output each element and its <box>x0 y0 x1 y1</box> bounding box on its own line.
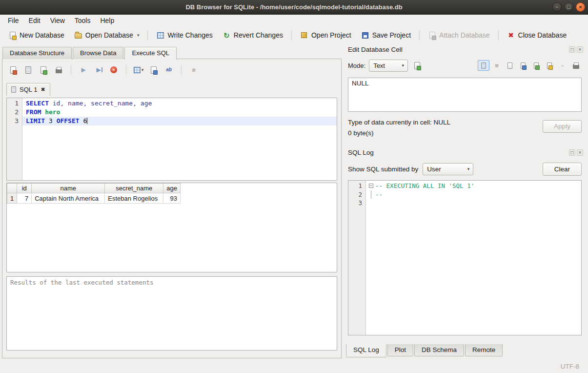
code-line-3[interactable]: LIMIT 3 OFFSET 6 <box>22 117 337 125</box>
column-header-age[interactable]: age <box>163 184 181 193</box>
results-grid[interactable]: id name secret_name age 1 7 Captain Nort… <box>6 183 337 272</box>
save-results-icon <box>151 66 157 74</box>
maximize-icon: □ <box>567 4 570 10</box>
toolbar-separator <box>181 65 182 75</box>
log-comment: -- <box>375 190 383 199</box>
close-icon: × <box>579 4 582 10</box>
text-cursor <box>87 118 87 124</box>
line-number: 2 <box>348 190 362 199</box>
execute-all-icon: ▶ <box>81 67 85 73</box>
new-database-icon <box>10 32 16 39</box>
import-data-button[interactable] <box>411 60 423 71</box>
main-toolbar: New Database Open Database ▾ Write Chang… <box>0 26 588 44</box>
tab-sql-log[interactable]: SQL Log <box>346 344 386 357</box>
copy-cell-button[interactable] <box>504 60 516 71</box>
close-button[interactable]: × <box>576 2 585 12</box>
stop-execution-button[interactable]: × <box>108 64 120 75</box>
auto-format-button[interactable]: ≡ <box>188 64 200 75</box>
sql-log-title: SQL Log <box>348 149 374 156</box>
open-project-icon <box>301 32 307 38</box>
close-database-button[interactable]: ✖ Close Database <box>503 29 571 42</box>
save-results-button[interactable] <box>148 64 160 75</box>
print-cell-button[interactable] <box>570 60 582 71</box>
cell-editor[interactable]: NULL <box>348 78 582 112</box>
execute-all-button[interactable]: ▶ <box>78 64 89 75</box>
tab-database-structure[interactable]: Database Structure <box>2 47 72 59</box>
right-panel: Edit Database Cell □ × Mode: Text ▾ ≡ ◦ <box>344 44 586 359</box>
menu-help[interactable]: Help <box>95 16 119 25</box>
menu-file[interactable]: File <box>3 16 24 25</box>
menu-view[interactable]: View <box>45 16 70 25</box>
attach-database-icon <box>429 32 435 39</box>
open-sql-file-button[interactable] <box>22 64 34 75</box>
submitted-by-select[interactable]: User ▾ <box>423 163 473 175</box>
column-header-secret-name[interactable]: secret_name <box>105 184 163 193</box>
import-file-button[interactable] <box>530 60 542 71</box>
clear-log-button[interactable]: Clear <box>543 163 582 176</box>
save-sql-file-button[interactable] <box>38 64 49 75</box>
export-results-icon <box>134 67 141 73</box>
float-dock-icon[interactable]: □ <box>569 149 575 156</box>
code-line-1[interactable]: SELECT id, name, secret_name, age <box>22 99 337 108</box>
sql-editor[interactable]: 1 2 3 SELECT id, name, secret_name, age … <box>6 98 337 181</box>
print-icon <box>573 64 579 69</box>
mode-select[interactable]: Text ▾ <box>369 60 408 72</box>
save-cell-button[interactable] <box>517 60 529 71</box>
status-bar: UTF-8 <box>0 359 588 373</box>
encoding-indicator[interactable]: UTF-8 <box>561 363 579 370</box>
revert-changes-button[interactable]: ↻ Revert Changes <box>218 29 287 42</box>
tab-browse-data[interactable]: Browse Data <box>73 47 123 59</box>
text-mode-button[interactable] <box>478 60 489 71</box>
print-sql-button[interactable] <box>53 64 64 75</box>
menu-edit[interactable]: Edit <box>24 16 45 25</box>
log-comment: -- EXECUTING ALL IN 'SQL 1' <box>375 182 474 190</box>
open-database-button[interactable]: Open Database ▾ <box>70 29 144 42</box>
execute-line-button[interactable]: ▶ <box>93 64 104 75</box>
maximize-button[interactable]: □ <box>564 2 573 12</box>
sql-log-view[interactable]: 1 2 3 − -- EXECUTING ALL IN 'SQL 1' -- <box>348 180 582 335</box>
tab-plot[interactable]: Plot <box>387 344 413 356</box>
export-file-button[interactable] <box>544 60 555 71</box>
cell-age[interactable]: 93 <box>163 193 181 204</box>
open-database-dropdown-icon[interactable]: ▾ <box>137 33 140 38</box>
cell-secret-name[interactable]: Esteban Rogelios <box>105 193 163 204</box>
row-number[interactable]: 1 <box>7 193 17 204</box>
set-null-button[interactable]: ◦ <box>557 60 568 71</box>
sql-toolbar: ▶ ▶ × ▾ ab ≡ <box>7 64 337 76</box>
tab-remote[interactable]: Remote <box>465 344 503 356</box>
save-project-button[interactable]: Save Project <box>357 29 415 42</box>
tab-execute-sql[interactable]: Execute SQL <box>124 47 177 60</box>
stop-icon: × <box>110 66 117 73</box>
window-controls: − □ × <box>552 2 585 12</box>
tab-db-schema[interactable]: DB Schema <box>414 344 464 356</box>
write-changes-button[interactable]: Write Changes <box>152 29 217 42</box>
cell-info: Type of data currently in cell: NULL 0 b… <box>348 119 582 141</box>
column-header-name[interactable]: name <box>32 184 105 193</box>
new-database-button[interactable]: New Database <box>4 29 69 42</box>
minimize-button[interactable]: − <box>552 2 562 12</box>
results-message-area[interactable]: Results of the last executed statements <box>6 276 337 351</box>
close-dock-icon[interactable]: × <box>577 46 583 53</box>
cell-id[interactable]: 7 <box>17 193 32 204</box>
open-project-button[interactable]: Open Project <box>296 29 356 42</box>
table-row[interactable]: 1 7 Captain North America Esteban Rogeli… <box>7 193 181 204</box>
column-header-id[interactable]: id <box>17 184 32 193</box>
new-tab-button[interactable] <box>7 64 19 75</box>
export-results-button[interactable]: ▾ <box>133 64 144 75</box>
editor-code-area[interactable]: SELECT id, name, secret_name, age FROM h… <box>22 98 337 180</box>
cell-name[interactable]: Captain North America <box>32 193 105 204</box>
float-dock-icon[interactable]: □ <box>569 46 575 53</box>
fold-marker-icon[interactable]: − <box>369 184 373 188</box>
word-wrap-button[interactable]: ≡ <box>491 60 503 71</box>
sql-editor-tab[interactable]: SQL 1 ✖ <box>6 83 50 96</box>
find-replace-icon: ab <box>166 67 172 72</box>
find-replace-button[interactable]: ab <box>163 64 175 75</box>
titlebar[interactable]: DB Browser for SQLite - /home/user/code/… <box>0 0 588 15</box>
close-dock-icon[interactable]: × <box>577 149 583 156</box>
sql-tab-label: SQL 1 <box>20 86 37 93</box>
close-tab-icon[interactable]: ✖ <box>41 86 45 93</box>
code-line-2[interactable]: FROM hero <box>22 108 337 117</box>
menu-tools[interactable]: Tools <box>70 16 96 25</box>
apply-button[interactable]: Apply <box>543 120 582 133</box>
word-wrap-icon: ≡ <box>495 62 499 69</box>
